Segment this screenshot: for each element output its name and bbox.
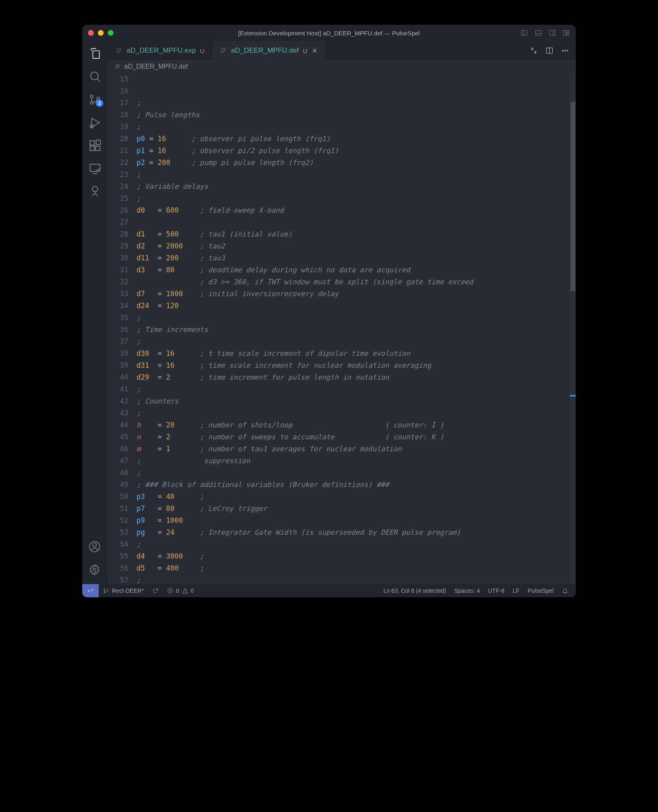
code-line[interactable]: h = 20 ; number of shots/loop ( counter:… xyxy=(137,419,576,431)
code-line[interactable] xyxy=(137,216,576,228)
window-minimize-button[interactable] xyxy=(98,30,104,36)
code-line[interactable]: n = 2 ; number of sweeps to accumulate (… xyxy=(137,431,576,443)
code-line[interactable]: p7 = 80 ; LeCroy trigger xyxy=(137,503,576,515)
split-editor-icon[interactable] xyxy=(545,46,554,55)
panel-left-icon[interactable] xyxy=(521,29,528,37)
code-line[interactable]: pg = 24 ; Integrator Gate Width (is supe… xyxy=(137,527,576,538)
svg-rect-8 xyxy=(567,33,569,35)
branch-indicator[interactable]: Rect-DEER* xyxy=(99,587,148,594)
remote-indicator[interactable] xyxy=(82,584,99,597)
svg-point-9 xyxy=(90,72,98,80)
scrollbar-thumb[interactable] xyxy=(570,102,575,291)
line-number: 17 xyxy=(108,97,128,109)
source-control-icon[interactable]: 2 xyxy=(88,93,102,106)
editor[interactable]: 1516171819202122232425262728293031323334… xyxy=(108,73,576,584)
language-indicator[interactable]: PulseSpel xyxy=(524,587,558,594)
code-line[interactable]: ; xyxy=(137,538,576,550)
sync-indicator[interactable] xyxy=(148,587,163,594)
code-line[interactable]: ; xyxy=(137,97,576,109)
code-line[interactable]: d1 = 500 ; tau1 (initial value) xyxy=(137,228,576,240)
code-line[interactable]: ; Counters xyxy=(137,395,576,407)
run-debug-icon[interactable] xyxy=(88,116,102,129)
svg-point-30 xyxy=(565,50,566,51)
file-icon xyxy=(115,47,123,54)
line-number: 45 xyxy=(108,431,128,443)
code-line[interactable]: p1 = 16 ; observer pi/2 pulse length (fr… xyxy=(137,145,576,157)
compare-icon[interactable] xyxy=(530,46,538,55)
code-line[interactable]: ; xyxy=(137,407,576,419)
line-number: 54 xyxy=(108,538,128,550)
code-line[interactable]: ; xyxy=(137,169,576,181)
tab-exp[interactable]: aD_DEER_MPFU.exp U xyxy=(108,41,212,60)
code-line[interactable]: d11 = 200 ; tau3 xyxy=(137,252,576,264)
code-line[interactable]: ; xyxy=(137,467,576,479)
account-icon[interactable] xyxy=(88,541,102,554)
code-line[interactable]: ; xyxy=(137,574,576,584)
code-line[interactable]: p0 = 16 ; observer pi pulse length (frq1… xyxy=(137,133,576,145)
code-line[interactable]: d2 = 2000 ; tau2 xyxy=(137,240,576,252)
code-line[interactable]: ; ### Block of additional variables (Bru… xyxy=(137,479,576,491)
more-icon[interactable] xyxy=(561,46,569,55)
code-line[interactable]: ; xyxy=(137,193,576,204)
code-line[interactable]: ; xyxy=(137,336,576,348)
cursor-position[interactable]: Ln 63, Col 6 (4 selected) xyxy=(379,587,450,594)
extensions-icon[interactable] xyxy=(88,139,102,152)
encoding-indicator[interactable]: UTF-8 xyxy=(484,587,509,594)
code-line[interactable]: d31 = 16 ; time scale increment for nucl… xyxy=(137,360,576,371)
code-line[interactable]: ; suppression xyxy=(137,455,576,467)
line-number: 32 xyxy=(108,276,128,288)
code-line[interactable]: ; xyxy=(137,312,576,324)
settings-gear-icon[interactable] xyxy=(88,564,102,577)
code-line[interactable]: d30 = 16 ; t time scale increment of dip… xyxy=(137,348,576,360)
line-number: 43 xyxy=(108,407,128,419)
line-number: 47 xyxy=(108,455,128,467)
svg-point-34 xyxy=(107,589,109,591)
layout-icon[interactable] xyxy=(563,29,570,37)
tab-modified-indicator: U xyxy=(200,47,204,54)
window-maximize-button[interactable] xyxy=(108,30,114,36)
panel-right-icon[interactable] xyxy=(549,29,556,37)
scm-badge: 2 xyxy=(96,100,103,107)
code-line[interactable]: d29 = 2 ; time increment for pulse lengt… xyxy=(137,371,576,383)
tab-def[interactable]: aD_DEER_MPFU.def U xyxy=(212,41,326,60)
line-number: 53 xyxy=(108,527,128,538)
svg-point-21 xyxy=(92,186,97,192)
code-line[interactable]: p3 = 40 ; xyxy=(137,491,576,503)
code-line[interactable]: ; d3 >= 360, if TWT window must be split… xyxy=(137,276,576,288)
code-line[interactable]: p2 = 200 ; pump pi pulse length (frq2) xyxy=(137,157,576,169)
code-line[interactable]: ; xyxy=(137,383,576,395)
tree-icon[interactable] xyxy=(88,185,102,198)
code-line[interactable]: d3 = 80 ; deadtime delay during which no… xyxy=(137,264,576,276)
code-line[interactable]: ; Pulse lengths xyxy=(137,109,576,121)
explorer-icon[interactable] xyxy=(88,47,102,60)
traffic-lights xyxy=(88,30,114,36)
notifications-icon[interactable] xyxy=(558,587,572,594)
tab-actions xyxy=(530,41,576,60)
remote-explorer-icon[interactable] xyxy=(88,162,102,175)
code-line[interactable]: p9 = 1000 xyxy=(137,515,576,527)
breadcrumb[interactable]: aD_DEER_MPFU.def xyxy=(108,60,576,73)
line-number: 34 xyxy=(108,300,128,312)
code-content[interactable]: ;; Pulse lengths;p0 = 16 ; observer pi p… xyxy=(137,73,576,584)
code-line[interactable]: d4 = 3000 ; xyxy=(137,550,576,562)
code-line[interactable]: ; Time increments xyxy=(137,324,576,336)
line-number: 37 xyxy=(108,336,128,348)
code-line[interactable]: ; Variable delays xyxy=(137,181,576,193)
code-line[interactable]: ; xyxy=(137,121,576,133)
code-line[interactable]: d24 = 120 xyxy=(137,300,576,312)
eol-indicator[interactable]: LF xyxy=(509,587,524,594)
svg-point-33 xyxy=(104,592,105,593)
line-number: 48 xyxy=(108,467,128,479)
code-line[interactable]: d5 = 400 ; xyxy=(137,562,576,574)
code-line[interactable]: d7 = 1000 ; initial inversionrecovery de… xyxy=(137,288,576,300)
indent-indicator[interactable]: Spaces: 4 xyxy=(450,587,484,594)
line-number: 19 xyxy=(108,121,128,133)
code-line[interactable]: m = 1 ; number of tau1 averages for nucl… xyxy=(137,443,576,455)
problems-indicator[interactable]: 0 0 xyxy=(163,587,198,594)
panel-bottom-icon[interactable] xyxy=(535,29,542,37)
close-icon[interactable] xyxy=(311,47,318,54)
window-close-button[interactable] xyxy=(88,30,94,36)
code-line[interactable]: d0 = 600 ; field-sweep X-band xyxy=(137,204,576,216)
scrollbar[interactable] xyxy=(570,73,576,584)
search-icon[interactable] xyxy=(88,70,102,83)
